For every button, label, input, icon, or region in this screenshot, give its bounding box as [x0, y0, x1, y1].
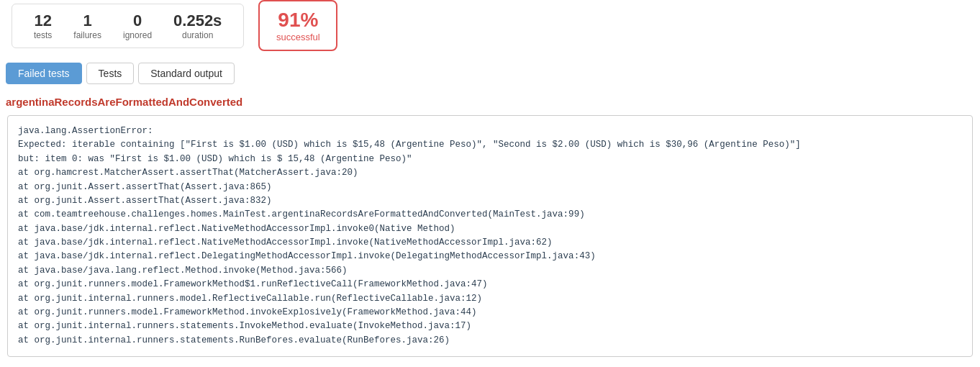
output-box: java.lang.AssertionError: Expected: iter… [7, 115, 973, 357]
tests-label: tests [34, 30, 52, 40]
output-line-12: at org.junit.runners.model.FrameworkMeth… [18, 278, 962, 291]
output-line-15: at org.junit.internal.runners.statements… [18, 320, 962, 333]
output-line-10: at java.base/jdk.internal.reflect.Delega… [18, 250, 962, 263]
tab-tests[interactable]: Tests [86, 63, 135, 84]
success-percent: 91% [274, 9, 322, 32]
duration-stat: 0.252s duration [173, 12, 222, 40]
top-stats-row: 12 tests 1 failures 0 ignored 0.252s dur… [0, 0, 980, 63]
test-name: argentinaRecordsAreFormattedAndConverted [0, 93, 980, 115]
tab-failed-tests[interactable]: Failed tests [6, 63, 82, 84]
failures-stat: 1 failures [73, 12, 101, 40]
output-line-6: at org.junit.Assert.assertThat(Assert.ja… [18, 194, 962, 208]
output-line-8: at java.base/jdk.internal.reflect.Native… [18, 222, 962, 236]
output-line-2: Expected: iterable containing ["First is… [18, 138, 962, 152]
duration-label: duration [182, 30, 213, 40]
output-line-16: at org.junit.internal.runners.statements… [18, 334, 962, 348]
failures-count: 1 [83, 12, 92, 30]
ignored-count: 0 [133, 12, 142, 30]
tests-count: 12 [34, 12, 51, 30]
output-line-1: java.lang.AssertionError: [18, 124, 962, 138]
failures-label: failures [73, 30, 101, 40]
stats-box: 12 tests 1 failures 0 ignored 0.252s dur… [12, 4, 244, 48]
success-label: successful [274, 32, 322, 42]
output-line-4: at org.hamcrest.MatcherAssert.assertThat… [18, 166, 962, 180]
tests-stat: 12 tests [34, 12, 52, 40]
tab-standard-output[interactable]: Standard output [138, 63, 235, 84]
output-line-9: at java.base/jdk.internal.reflect.Native… [18, 236, 962, 250]
output-line-11: at java.base/java.lang.reflect.Method.in… [18, 264, 962, 278]
ignored-stat: 0 ignored [123, 12, 152, 40]
duration-value: 0.252s [173, 12, 222, 30]
ignored-label: ignored [123, 30, 152, 40]
output-line-3: but: item 0: was "First is $1.00 (USD) w… [18, 153, 962, 166]
output-line-5: at org.junit.Assert.assertThat(Assert.ja… [18, 181, 962, 194]
tabs-row: Failed tests Tests Standard output [0, 63, 980, 93]
output-line-7: at com.teamtreehouse.challenges.homes.Ma… [18, 208, 962, 222]
output-line-14: at org.junit.runners.model.FrameworkMeth… [18, 306, 962, 320]
output-line-13: at org.junit.internal.runners.model.Refl… [18, 292, 962, 306]
success-badge: 91% successful [258, 0, 337, 51]
